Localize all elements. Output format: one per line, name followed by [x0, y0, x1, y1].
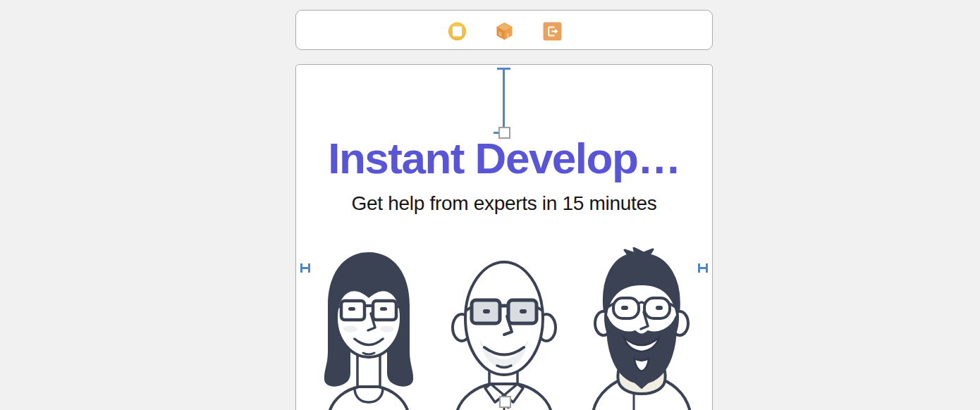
- title-label[interactable]: Instant Develop…: [296, 134, 712, 183]
- interface-builder-editor: 0 1 Instant Develop… Get help from exper…: [0, 0, 980, 410]
- design-canvas[interactable]: Instant Develop… Get help from experts i…: [295, 64, 713, 410]
- bald-man-with-glasses-avatar[interactable]: [446, 260, 563, 410]
- exit-icon[interactable]: [543, 22, 562, 41]
- scene-dock: 0 1: [295, 10, 713, 50]
- leading-space-constraint-marker[interactable]: [300, 263, 310, 273]
- svg-text:1: 1: [507, 32, 510, 39]
- view-controller-icon[interactable]: [448, 22, 467, 41]
- subtitle-label[interactable]: Get help from experts in 15 minutes: [296, 192, 712, 216]
- top-resize-handle[interactable]: [498, 127, 510, 139]
- first-responder-icon[interactable]: 0 1: [495, 22, 514, 41]
- bearded-man-with-glasses-avatar[interactable]: [584, 247, 699, 410]
- woman-with-glasses-avatar[interactable]: [312, 249, 425, 410]
- bottom-resize-handle[interactable]: [499, 396, 511, 408]
- constraint-vertical-line: [503, 69, 505, 128]
- trailing-space-constraint-marker[interactable]: [698, 263, 708, 273]
